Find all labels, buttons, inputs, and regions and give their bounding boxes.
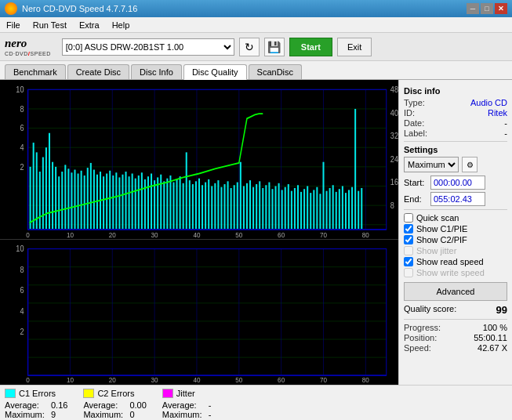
- svg-text:60: 60: [278, 230, 285, 239]
- disc-label-value: -: [504, 129, 507, 138]
- svg-rect-109: [256, 184, 257, 230]
- svg-rect-107: [249, 180, 251, 230]
- divider-2: [404, 209, 507, 210]
- svg-rect-117: [281, 190, 283, 230]
- progress-label: Progress:: [404, 323, 441, 332]
- speed-select[interactable]: Maximum: [404, 157, 459, 172]
- show-c1pie-row: Show C1/PIE: [404, 224, 507, 234]
- svg-rect-137: [345, 193, 347, 230]
- svg-text:20: 20: [109, 230, 116, 239]
- tab-create-disc[interactable]: Create Disc: [67, 64, 129, 79]
- svg-rect-94: [208, 179, 209, 230]
- right-panel: Disc info Type: Audio CD ID: Ritek Date:…: [398, 80, 512, 385]
- svg-rect-79: [160, 175, 162, 230]
- svg-rect-112: [265, 185, 267, 230]
- svg-rect-65: [115, 172, 117, 230]
- svg-rect-51: [71, 172, 72, 230]
- menu-run-test[interactable]: Run Test: [30, 19, 70, 31]
- svg-rect-44: [49, 133, 50, 230]
- c1-avg-row: Average: 0.16: [5, 400, 67, 410]
- svg-rect-126: [310, 193, 311, 230]
- svg-rect-102: [234, 185, 235, 230]
- svg-rect-83: [172, 183, 174, 230]
- quick-scan-checkbox[interactable]: [404, 213, 413, 223]
- titlebar-controls: ─ □ ✕: [467, 3, 507, 14]
- svg-rect-66: [118, 177, 120, 230]
- c2-avg-value: 0.00: [129, 400, 146, 410]
- start-button[interactable]: Start: [289, 38, 332, 56]
- drive-select[interactable]: [0:0] ASUS DRW-20B1ST 1.00: [62, 38, 234, 56]
- svg-rect-42: [42, 158, 44, 230]
- show-jitter-row: Show jitter: [404, 246, 507, 255]
- c2-avg-label: Average:: [83, 400, 126, 410]
- c1-legend-label: C1 Errors: [19, 389, 56, 398]
- settings-icon-button[interactable]: ⚙: [462, 157, 478, 172]
- jitter-legend-label: Jitter: [176, 389, 195, 398]
- advanced-button[interactable]: Advanced: [404, 282, 507, 301]
- c2-max-label: Maximum:: [83, 410, 126, 419]
- top-chart: 10 8 6 4 2 48 40 32 24 16 8 0 10 20 30 4…: [0, 80, 398, 239]
- menu-help[interactable]: Help: [109, 19, 133, 31]
- svg-rect-91: [198, 179, 200, 230]
- svg-rect-75: [147, 176, 149, 230]
- show-jitter-checkbox: [404, 246, 413, 255]
- c1-stat-group: C1 Errors Average: 0.16 Maximum: 9 Total…: [5, 389, 67, 420]
- svg-text:4: 4: [20, 143, 24, 152]
- charts-area: 10 8 6 4 2 48 40 32 24 16 8 0 10 20 30 4…: [0, 80, 398, 385]
- start-time-value[interactable]: 000:00.00: [430, 176, 485, 190]
- show-read-speed-checkbox[interactable]: [404, 257, 413, 266]
- jitter-max-label: Maximum:: [162, 410, 205, 419]
- svg-rect-111: [262, 188, 263, 230]
- svg-rect-131: [326, 191, 328, 230]
- svg-text:24: 24: [390, 154, 398, 164]
- exit-button[interactable]: Exit: [337, 38, 372, 56]
- close-button[interactable]: ✕: [495, 3, 507, 14]
- svg-rect-77: [154, 180, 155, 230]
- c1-avg-label: Average:: [5, 400, 48, 410]
- start-time-row: Start: 000:00.00: [404, 176, 507, 190]
- refresh-button[interactable]: ↻: [239, 38, 260, 56]
- svg-text:8: 8: [390, 201, 394, 210]
- c1-legend: C1 Errors: [5, 389, 67, 398]
- c2-max-value: 0: [129, 410, 134, 419]
- svg-rect-57: [90, 163, 92, 230]
- svg-rect-140: [354, 109, 356, 230]
- show-c1pie-checkbox[interactable]: [404, 224, 413, 234]
- svg-rect-90: [195, 181, 197, 230]
- svg-rect-67: [122, 175, 123, 230]
- svg-rect-97: [217, 180, 219, 230]
- svg-rect-119: [288, 184, 289, 230]
- tab-disc-info[interactable]: Disc Info: [131, 64, 182, 79]
- svg-rect-93: [205, 183, 206, 230]
- svg-rect-105: [243, 186, 245, 229]
- svg-rect-61: [103, 176, 104, 230]
- c1-max-row: Maximum: 9: [5, 410, 67, 419]
- svg-text:16: 16: [390, 177, 398, 186]
- c2-legend: C2 Errors: [83, 389, 146, 398]
- save-button[interactable]: 💾: [264, 38, 285, 56]
- start-time-label: Start:: [404, 178, 430, 187]
- window-title: Nero CD-DVD Speed 4.7.7.16: [22, 4, 137, 13]
- show-write-speed-label: Show write speed: [416, 268, 485, 277]
- svg-rect-55: [84, 176, 85, 230]
- svg-rect-110: [259, 181, 260, 230]
- c1-max-value: 9: [51, 410, 56, 419]
- show-c1pie-label: Show C1/PIE: [416, 224, 467, 234]
- disc-type-value: Audio CD: [470, 98, 507, 107]
- tab-scandisc[interactable]: ScanDisc: [249, 64, 302, 79]
- svg-text:6: 6: [20, 286, 24, 295]
- tab-disc-quality[interactable]: Disc Quality: [183, 64, 247, 80]
- c2-legend-label: C2 Errors: [97, 389, 134, 398]
- show-read-speed-row: Show read speed: [404, 257, 507, 266]
- svg-rect-41: [39, 172, 41, 230]
- position-label: Position:: [404, 333, 437, 342]
- show-write-speed-row: Show write speed: [404, 268, 507, 277]
- tab-benchmark[interactable]: Benchmark: [5, 64, 66, 79]
- menu-extra[interactable]: Extra: [76, 19, 103, 31]
- maximize-button[interactable]: □: [481, 3, 493, 14]
- menu-file[interactable]: File: [3, 19, 24, 31]
- minimize-button[interactable]: ─: [467, 3, 479, 14]
- end-time-value[interactable]: 055:02.43: [430, 192, 485, 206]
- show-c2pif-checkbox[interactable]: [404, 235, 413, 244]
- jitter-max-row: Maximum: -: [162, 410, 212, 419]
